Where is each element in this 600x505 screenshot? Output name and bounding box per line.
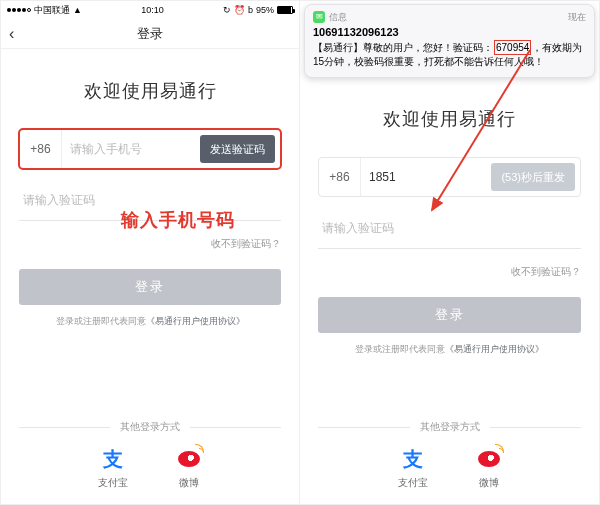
- weibo-login[interactable]: 微博: [476, 446, 502, 490]
- status-time: 10:10: [141, 5, 164, 15]
- phone-input-row: +86 请输入手机号 发送验证码: [19, 129, 281, 169]
- notification-app: 信息: [329, 11, 564, 23]
- bluetooth-icon: b: [248, 5, 253, 15]
- other-login-title: 其他登录方式: [19, 420, 281, 434]
- welcome-heading: 欢迎使用易通行: [318, 107, 581, 131]
- country-code[interactable]: +86: [20, 130, 62, 168]
- login-button[interactable]: 登录: [19, 269, 281, 305]
- phone-input-row: +86 1851 (53)秒后重发: [318, 157, 581, 197]
- sms-notification[interactable]: ✉ 信息 现在 10691132096123 【易通行】尊敬的用户，您好！验证码…: [304, 4, 595, 78]
- resend-code-button[interactable]: (53)秒后重发: [491, 163, 575, 191]
- alipay-icon: 支: [100, 446, 126, 472]
- notification-sender: 10691132096123: [313, 25, 586, 40]
- phone-screen-left: 中国联通 ▲ 10:10 ↻ ⏰ b 95% ‹ 登录 欢迎使用易通行 +86 …: [0, 0, 300, 505]
- carrier-label: 中国联通: [34, 4, 70, 17]
- annotation-input-hint: 输入手机号码: [121, 208, 235, 232]
- status-bar: 中国联通 ▲ 10:10 ↻ ⏰ b 95%: [1, 1, 299, 19]
- agreement-text: 登录或注册即代表同意《易通行用户使用协议》: [318, 343, 581, 356]
- weibo-icon: [176, 446, 202, 472]
- agreement-link[interactable]: 《易通行用户使用协议》: [445, 344, 544, 354]
- wifi-icon: ▲: [73, 5, 82, 15]
- nav-title: 登录: [137, 25, 163, 43]
- login-button[interactable]: 登录: [318, 297, 581, 333]
- signal-icon: [7, 8, 31, 12]
- alipay-icon: 支: [400, 446, 426, 472]
- other-login-title: 其他登录方式: [318, 420, 581, 434]
- notification-body: 【易通行】尊敬的用户，您好！验证码：670954，有效期为15分钟，校验码很重要…: [313, 40, 586, 69]
- phone-screen-right: ✉ 信息 现在 10691132096123 【易通行】尊敬的用户，您好！验证码…: [300, 0, 600, 505]
- messages-app-icon: ✉: [313, 11, 325, 23]
- verification-code-input[interactable]: 请输入验证码: [318, 209, 581, 249]
- cant-get-code-link[interactable]: 收不到验证码？: [318, 265, 581, 279]
- alarm-icon: ⏰: [234, 5, 245, 15]
- country-code[interactable]: +86: [319, 158, 361, 196]
- weibo-login[interactable]: 微博: [176, 446, 202, 490]
- nav-bar: ‹ 登录: [1, 19, 299, 49]
- agreement-link[interactable]: 《易通行用户使用协议》: [146, 316, 245, 326]
- battery-pct: 95%: [256, 5, 274, 15]
- phone-number-input[interactable]: 请输入手机号: [62, 130, 200, 168]
- alipay-login[interactable]: 支 支付宝: [398, 446, 428, 490]
- alipay-login[interactable]: 支 支付宝: [98, 446, 128, 490]
- cant-get-code-link[interactable]: 收不到验证码？: [19, 237, 281, 251]
- phone-number-input[interactable]: 1851: [361, 158, 491, 196]
- sms-code-highlight: 670954: [494, 40, 531, 56]
- battery-icon: [277, 6, 293, 14]
- agreement-text: 登录或注册即代表同意《易通行用户使用协议》: [19, 315, 281, 328]
- notification-time: 现在: [568, 11, 586, 23]
- welcome-heading: 欢迎使用易通行: [19, 79, 281, 103]
- send-code-button[interactable]: 发送验证码: [200, 135, 275, 163]
- sync-icon: ↻: [223, 5, 231, 15]
- weibo-icon: [476, 446, 502, 472]
- back-icon[interactable]: ‹: [9, 25, 14, 43]
